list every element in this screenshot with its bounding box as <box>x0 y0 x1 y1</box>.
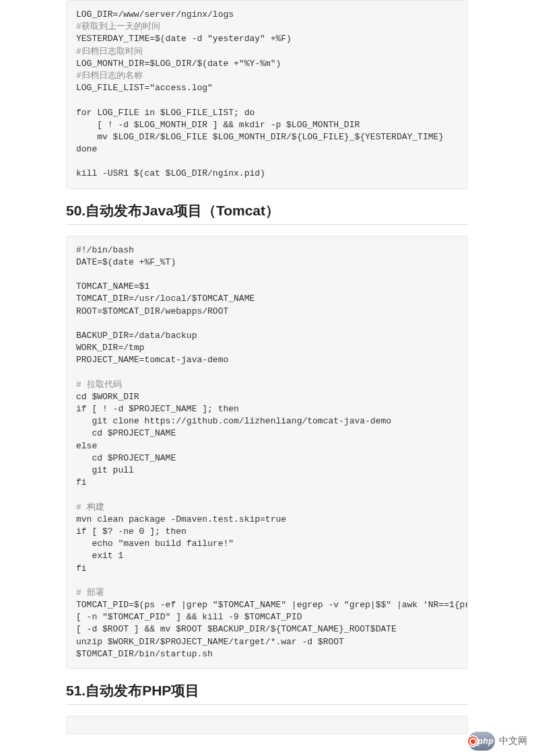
logo-cn-text: 中文网 <box>499 735 527 747</box>
heading-50: 50.自动发布Java项目（Tomcat） <box>66 201 468 225</box>
code-block-nginx-log: LOG_DIR=/www/server/nginx/logs #获取到上一天的时… <box>66 0 468 189</box>
site-logo: php 中文网 <box>468 732 527 751</box>
heading-51: 51.自动发布PHP项目 <box>66 681 468 705</box>
code-block-tomcat-deploy: #!/bin/bash DATE=$(date +%F_%T) TOMCAT_N… <box>66 236 468 669</box>
php-badge-icon: php <box>468 732 495 751</box>
code-block-php-deploy <box>66 716 468 734</box>
logo-brand-text: php <box>478 736 494 746</box>
logo-accent-icon <box>467 735 479 747</box>
